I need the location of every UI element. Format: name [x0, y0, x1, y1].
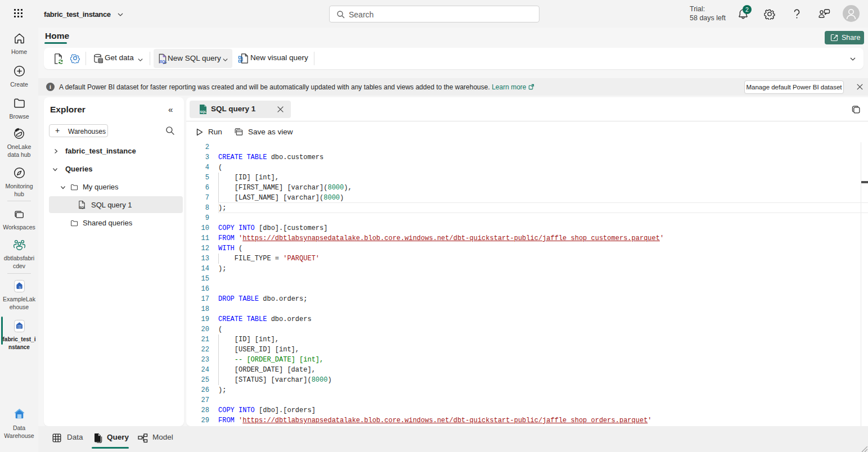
- svg-text:SQL: SQL: [79, 206, 86, 209]
- svg-text:SQL: SQL: [159, 60, 167, 64]
- svg-text:SQL: SQL: [200, 110, 207, 114]
